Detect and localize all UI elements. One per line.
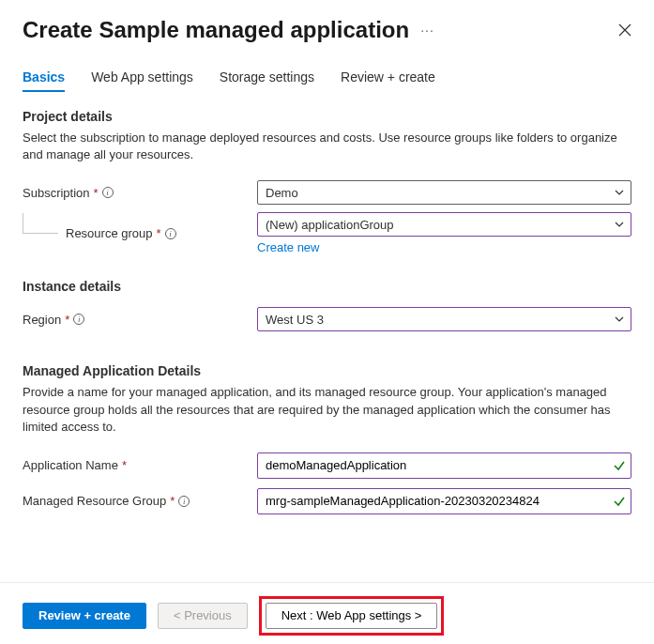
create-new-link[interactable]: Create new [257,240,319,254]
more-actions-icon[interactable]: ··· [420,23,434,38]
review-create-button[interactable]: Review + create [23,603,146,629]
project-details-heading: Project details [23,109,631,124]
required-asterisk: * [122,458,127,472]
chevron-down-icon [614,219,625,230]
managed-resource-group-input[interactable] [257,488,631,514]
footer-bar: Review + create < Previous Next : Web Ap… [0,582,654,644]
chevron-down-icon [614,187,625,198]
page-title: Create Sample managed application [23,17,409,43]
subscription-label: Subscription * i [23,186,257,200]
application-name-input[interactable] [257,452,631,479]
managed-app-heading: Managed Application Details [23,363,631,378]
check-icon [613,459,626,472]
tab-web-app-settings[interactable]: Web App settings [91,69,193,92]
resource-group-label: Resource group * i [66,226,176,240]
application-name-label: Application Name * [23,458,257,472]
region-label: Region * i [23,313,257,327]
application-name-label-text: Application Name [23,458,118,472]
info-icon[interactable]: i [102,187,114,198]
region-select[interactable]: West US 3 [257,307,631,331]
instance-details-heading: Instance details [23,279,631,294]
required-asterisk: * [157,226,161,240]
required-asterisk: * [65,313,69,327]
managed-resource-group-label: Managed Resource Group * i [23,494,257,508]
indent-marker [23,213,58,234]
resource-group-label-text: Resource group [66,226,153,240]
info-icon[interactable]: i [165,228,176,239]
info-icon[interactable]: i [73,314,84,325]
required-asterisk: * [170,494,175,508]
required-asterisk: * [94,186,99,200]
resource-group-select[interactable]: (New) applicationGroup [257,212,631,237]
subscription-select[interactable]: Demo [257,180,631,205]
subscription-label-text: Subscription [23,186,90,200]
tab-review-create[interactable]: Review + create [341,69,435,92]
subscription-value: Demo [266,186,298,200]
managed-resource-group-label-text: Managed Resource Group [23,494,166,508]
next-button[interactable]: Next : Web App settings > [266,603,438,629]
panel-header: Create Sample managed application ··· [23,17,631,43]
project-details-description: Select the subscription to manage deploy… [23,130,631,163]
highlight-box: Next : Web App settings > [259,596,445,636]
region-value: West US 3 [266,313,324,327]
chevron-down-icon [614,314,625,325]
previous-button: < Previous [158,603,248,629]
resource-group-value: (New) applicationGroup [266,218,394,232]
region-label-text: Region [23,313,61,327]
tab-storage-settings[interactable]: Storage settings [220,69,314,92]
check-icon [613,495,626,508]
managed-app-description: Provide a name for your managed applicat… [23,384,631,436]
close-icon[interactable] [618,23,631,37]
info-icon[interactable]: i [178,496,190,507]
tab-basics[interactable]: Basics [23,69,65,92]
tab-bar: Basics Web App settings Storage settings… [23,69,631,92]
